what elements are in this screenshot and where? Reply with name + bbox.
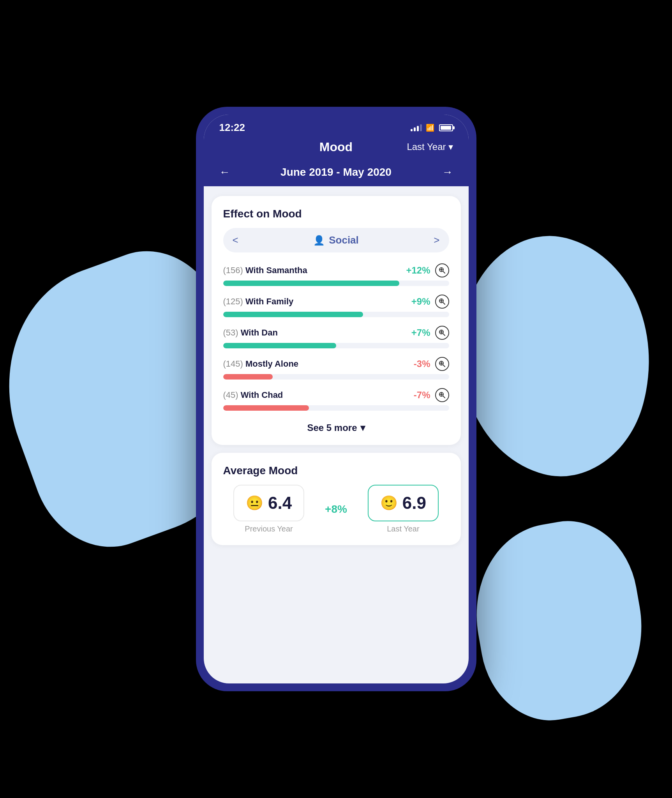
mood-item-label: (156) With Samantha [223,265,307,275]
mood-item-header: (125) With Family +9% [223,295,449,309]
content-area: Effect on Mood < 👤 Social > [204,186,469,555]
list-item: (156) With Samantha +12% [223,263,449,286]
zoom-button[interactable] [435,263,449,277]
mood-comparison: 😐 6.4 Previous Year +8% 🙂 6.9 Last Ye [223,485,449,533]
blob-right-bottom [462,511,656,731]
category-selector: < 👤 Social > [223,228,449,252]
app-header: Mood Last Year ▾ [204,138,469,160]
previous-emoji: 😐 [246,495,263,511]
svg-line-1 [443,271,445,273]
mood-item-header: (156) With Samantha +12% [223,263,449,277]
list-item: (125) With Family +9% [223,295,449,317]
date-nav: ← June 2019 - May 2020 → [204,160,469,186]
bar-fill [223,405,309,411]
effect-on-mood-card: Effect on Mood < 👤 Social > [212,196,461,445]
mood-item-pct: +9% [411,296,430,307]
mood-item-header: (53) With Dan +7% [223,326,449,340]
date-range: June 2019 - May 2020 [280,166,392,178]
see-more-label: See 5 more [307,422,357,433]
mood-item-pct: +7% [411,327,430,338]
average-mood-title: Average Mood [223,464,449,477]
mood-item-right: +7% [411,326,449,340]
mood-item-name: With Chad [241,390,283,400]
mood-item-pct: -7% [414,390,430,401]
category-next-button[interactable]: > [434,234,439,246]
mood-item-right: -3% [414,357,449,371]
bar-track [223,374,449,380]
bar-fill [223,281,399,286]
current-label: Last Year [387,524,419,533]
phone-frame: 12:22 📶 Mood Last Year ▾ [196,107,476,691]
mood-item-count: (125) [223,297,243,306]
scene: 12:22 📶 Mood Last Year ▾ [0,0,672,798]
mood-delta: +8% [325,503,347,516]
average-mood-card: Average Mood 😐 6.4 Previous Year +8% [212,453,461,545]
mood-items-list: (156) With Samantha +12% [223,263,449,411]
mood-item-count: (145) [223,359,243,369]
status-bar: 12:22 📶 [204,115,469,138]
mood-item-right: +9% [411,295,449,309]
next-period-button[interactable]: → [442,166,453,178]
wifi-icon: 📶 [426,124,434,132]
zoom-button[interactable] [435,326,449,340]
period-chevron: ▾ [448,141,453,152]
list-item: (45) With Chad -7% [223,388,449,411]
mood-item-header: (145) Mostly Alone -3% [223,357,449,371]
category-prev-button[interactable]: < [233,234,238,246]
mood-item-label: (53) With Dan [223,328,278,338]
mood-item-label: (45) With Chad [223,390,283,400]
phone-screen: 12:22 📶 Mood Last Year ▾ [204,115,469,683]
category-name: Social [329,234,359,246]
period-label: Last Year [407,141,446,152]
mood-item-name: Mostly Alone [245,359,298,369]
effect-card-title: Effect on Mood [223,208,449,220]
status-time: 12:22 [219,122,245,134]
mood-item-name: With Samantha [245,265,307,275]
bar-track [223,281,449,286]
see-more-chevron: ▾ [360,422,365,433]
previous-value: 6.4 [268,493,292,513]
previous-label: Previous Year [245,524,293,533]
current-value: 6.9 [402,493,426,513]
current-year-card: 🙂 6.9 [368,485,439,521]
mood-item-header: (45) With Chad -7% [223,388,449,402]
battery-icon [439,124,453,131]
mood-item-pct: -3% [414,358,430,369]
see-more-button[interactable]: See 5 more ▾ [307,422,365,433]
mood-item-right: -7% [414,388,449,402]
list-item: (53) With Dan +7% [223,326,449,348]
zoom-button[interactable] [435,357,449,371]
status-icons: 📶 [411,124,453,132]
previous-year-card: 😐 6.4 [233,485,304,521]
app-title: Mood [319,140,353,154]
current-emoji: 🙂 [380,495,398,511]
zoom-button[interactable] [435,388,449,402]
bar-fill [223,312,363,317]
current-year-box: 🙂 6.9 Last Year [368,485,439,533]
bar-track [223,343,449,348]
see-more-section: See 5 more ▾ [223,418,449,433]
svg-line-5 [443,302,445,304]
prev-period-button[interactable]: ← [219,166,230,178]
svg-line-13 [443,365,445,367]
list-item: (145) Mostly Alone -3% [223,357,449,380]
bar-track [223,405,449,411]
svg-line-17 [443,396,445,398]
period-selector[interactable]: Last Year ▾ [407,141,453,152]
mood-item-right: +12% [406,263,449,277]
mood-item-count: (156) [223,265,243,275]
previous-year-box: 😐 6.4 Previous Year [233,485,304,533]
mood-item-name: With Dan [241,328,278,337]
svg-line-9 [443,334,445,335]
mood-item-count: (53) [223,328,238,337]
mood-item-count: (45) [223,390,238,400]
bar-track [223,312,449,317]
mood-item-label: (125) With Family [223,297,294,307]
mood-item-name: With Family [245,297,293,306]
bar-fill [223,374,273,380]
bar-fill [223,343,336,348]
category-icon: 👤 [313,235,325,246]
zoom-button[interactable] [435,295,449,309]
signal-icon [411,124,422,131]
mood-item-label: (145) Mostly Alone [223,359,299,369]
